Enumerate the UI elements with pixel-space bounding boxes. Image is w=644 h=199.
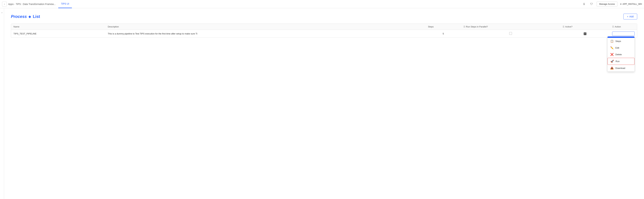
add-label: Add — [629, 15, 634, 18]
top-nav: ‹ Apps › TiPS : Data Transformation Fram… — [0, 0, 644, 8]
delete-label: Delete — [616, 53, 622, 56]
table-container: Name Description Steps ☰Run Steps in Par… — [11, 24, 637, 38]
steps-icon: 📋 — [610, 40, 614, 43]
breadcrumb: Apps › TiPS : Data Transformation Framew… — [8, 3, 56, 6]
page-title: Process ◆ List — [11, 14, 40, 19]
run-parallel-checkbox[interactable] — [509, 32, 512, 35]
download-label: Download — [616, 67, 625, 69]
table-header-row: Name Description Steps ☰Run Steps in Par… — [11, 24, 637, 30]
sidebar-toggle[interactable]: › — [0, 8, 4, 199]
run-icon: 🚀 — [610, 60, 614, 63]
nav-right: ℹ 🛡 Manage Access APP_INSTALL_WH — [582, 2, 642, 7]
run-label: Run — [616, 60, 620, 63]
cell-description: This is a dummy pipeline to Test TiPS ex… — [106, 30, 426, 38]
warehouse-label: APP_INSTALL_WH — [622, 3, 642, 5]
back-button[interactable]: ‹ — [2, 2, 7, 7]
col-header-steps: Steps — [426, 24, 461, 30]
process-table: Name Description Steps ☰Run Steps in Par… — [11, 24, 637, 38]
tab-tips-ui[interactable]: TiPS UI — [58, 0, 72, 8]
layout-wrapper: › Process ◆ List + Add Name Description — [0, 8, 644, 199]
cell-steps: 5 — [426, 30, 461, 38]
cell-action[interactable]: 📋 Steps ✏️ Edit ❌ Delete — [610, 30, 637, 38]
cell-active[interactable]: ✓ — [560, 30, 610, 38]
content-area: Process ◆ List + Add Name Description St… — [4, 8, 644, 199]
active-checkbox[interactable]: ✓ — [584, 32, 586, 35]
cell-run-parallel[interactable] — [461, 30, 560, 38]
dropdown-item-delete[interactable]: ❌ Delete — [608, 51, 634, 58]
manage-access-button[interactable]: Manage Access — [597, 2, 618, 7]
add-icon: + — [627, 15, 628, 18]
col-header-active: ☰Active? — [560, 24, 610, 30]
filter-icon-action: ☰ — [612, 26, 614, 28]
edit-icon: ✏️ — [610, 46, 614, 50]
steps-label: Steps — [616, 40, 621, 43]
page-title-italic: Process — [11, 14, 27, 19]
breadcrumb-apps[interactable]: Apps — [8, 3, 14, 6]
nav-tabs: TiPS UI — [58, 0, 72, 8]
dropdown-item-steps[interactable]: 📋 Steps — [608, 38, 634, 45]
page-title-list: List — [33, 14, 40, 19]
warehouse-dot — [620, 4, 622, 5]
col-header-description: Description — [106, 24, 426, 30]
shield-icon: 🛡 — [590, 3, 593, 6]
page-title-dot: ◆ — [28, 15, 31, 19]
edit-label: Edit — [616, 47, 619, 49]
cell-name: TIPS_TEST_PIPELINE — [11, 30, 106, 38]
download-icon: 📥 — [610, 67, 614, 70]
col-header-action: ☰Action — [610, 24, 637, 30]
delete-icon: ❌ — [610, 53, 614, 56]
breadcrumb-tips-framework[interactable]: TiPS : Data Transformation Framew... — [16, 3, 56, 6]
col-header-name: Name — [11, 24, 106, 30]
add-button[interactable]: + Add — [624, 14, 637, 20]
shield-icon-button[interactable]: 🛡 — [589, 2, 594, 7]
action-input[interactable] — [612, 32, 635, 36]
warehouse-badge: APP_INSTALL_WH — [620, 3, 642, 5]
action-dropdown: 📋 Steps ✏️ Edit ❌ Delete — [607, 36, 635, 72]
filter-icon-parallel: ☰ — [464, 26, 465, 28]
info-icon: ℹ — [584, 3, 584, 6]
table-row: TIPS_TEST_PIPELINE This is a dummy pipel… — [11, 30, 637, 38]
page-header: Process ◆ List + Add — [11, 14, 637, 20]
dropdown-item-download[interactable]: 📥 Download — [608, 65, 634, 71]
dropdown-header-bar — [608, 37, 634, 38]
filter-icon-active: ☰ — [562, 26, 564, 28]
dropdown-item-run[interactable]: 🚀 Run — [608, 58, 634, 65]
dropdown-item-edit[interactable]: ✏️ Edit — [608, 45, 634, 51]
info-icon-button[interactable]: ℹ — [582, 2, 586, 7]
col-header-run-parallel: ☰Run Steps in Parallel? — [461, 24, 560, 30]
